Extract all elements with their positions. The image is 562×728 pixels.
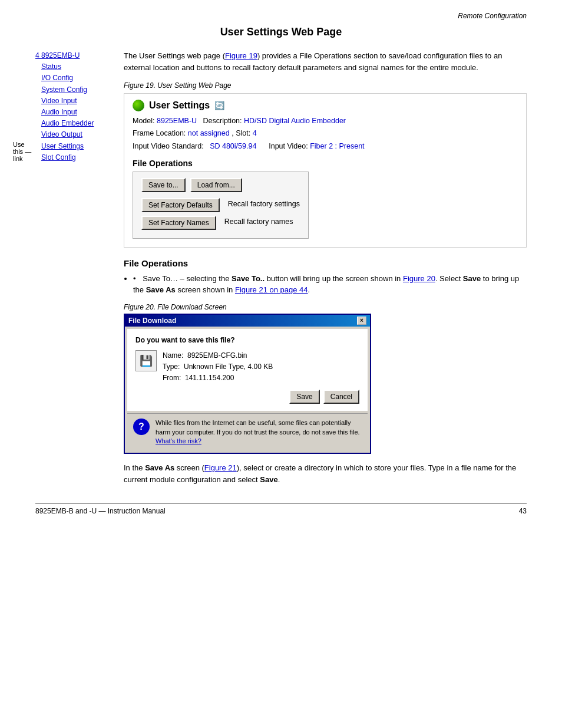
description-label: Description: (203, 117, 242, 125)
recall-factory-names-text: Recall factory names (224, 216, 293, 226)
dialog-title: File Download (128, 317, 176, 325)
bullet-list: Save To… – selecting the Save To.. butto… (133, 273, 527, 296)
sidebar-item-video-input[interactable]: Video Input (41, 95, 112, 107)
description-value: HD/SD Digital Audio Embedder (244, 117, 346, 125)
dialog-save-button[interactable]: Save (289, 390, 319, 404)
intro-paragraph: The User Settings web page (Figure 19) p… (124, 50, 527, 73)
dialog-footer: ? While files from the Internet can be u… (127, 413, 368, 450)
status-green-icon (133, 100, 144, 111)
file-download-dialog: File Download × Do you want to save this… (124, 314, 371, 454)
frame-label: Frame Location: (133, 129, 186, 137)
sidebar-top-link[interactable]: 4 8925EMB-U (35, 50, 112, 61)
dialog-body: Do you want to save this file? 💾 Name: 8… (127, 329, 368, 411)
figure20-link[interactable]: Figure 20 (403, 274, 435, 283)
sidebar-item-system-config[interactable]: System Config (41, 84, 112, 95)
footer-right: 43 (519, 507, 527, 515)
conclusion-bold1: Save As (145, 463, 174, 472)
set-factory-defaults-button[interactable]: Set Factory Defaults (141, 198, 220, 212)
dialog-close-button[interactable]: × (357, 317, 366, 325)
bullet-item-save-to: Save To… – selecting the Save To.. butto… (133, 273, 527, 296)
conclusion-paragraph: In the Save As screen (Figure 21), selec… (124, 462, 527, 485)
dialog-buttons: Save Cancel (135, 390, 359, 404)
file-details: Name: 8925EMB-CFG.bin Type: Unknown File… (163, 350, 273, 384)
page-title: User Settings Web Page (35, 26, 527, 38)
file-operations-widget: File Operations Save to... Load from... … (133, 159, 518, 239)
bullet-save-bold2: Save (463, 274, 481, 283)
type-value: Unknown File Type, 4.00 KB (184, 363, 273, 371)
name-label: Name: (163, 351, 183, 360)
bullet-save-mid2: . Select (435, 274, 463, 283)
save-to-button[interactable]: Save to... (141, 178, 186, 192)
model-label: Model: (133, 117, 155, 125)
bullet-save-end: . (308, 285, 310, 294)
input-video-value: Fiber 2 : Present (310, 142, 364, 150)
dialog-file-row: 💾 Name: 8925EMB-CFG.bin Type: Unknown Fi… (135, 350, 359, 384)
dialog-cancel-button[interactable]: Cancel (323, 390, 359, 404)
slot-value: 4 (253, 129, 257, 137)
conclusion-figure21-link[interactable]: Figure 21 (204, 463, 237, 472)
bullet-save-mid4: screen shown in (176, 285, 235, 294)
recall-factory-settings-text: Recall factory settings (228, 198, 300, 208)
load-from-button[interactable]: Load from... (190, 178, 242, 192)
user-settings-title: User Settings (149, 100, 210, 111)
device-info: Model: 8925EMB-U Description: HD/SD Digi… (133, 115, 518, 153)
sidebar-item-io-config[interactable]: I/O Config (41, 73, 112, 84)
sidebar-item-slot-config[interactable]: Slot Config (41, 152, 112, 163)
page-footer: 8925EMB-B and -U — Instruction Manual 43 (35, 503, 527, 515)
from-label: From: (163, 374, 181, 382)
frame-value: not assigned (188, 129, 230, 137)
conclusion-text2: screen ( (174, 463, 204, 472)
whats-the-risk-link[interactable]: What's the risk? (156, 437, 201, 444)
footer-left: 8925EMB-B and -U — Instruction Manual (35, 507, 166, 515)
file-icon: 💾 (135, 350, 157, 371)
figure19-caption: Figure 19. User Setting Web Page (124, 81, 527, 90)
warning-icon: ? (133, 419, 150, 435)
refresh-icon[interactable]: 🔄 (214, 101, 224, 110)
figure21-link[interactable]: Figure 21 on page 44 (235, 285, 308, 294)
input-std-label: Input Video Standard: (133, 142, 204, 150)
this-label: this — (13, 148, 31, 155)
file-ops-widget-title: File Operations (133, 159, 518, 168)
file-ops-box: Save to... Load from... Set Factory Defa… (133, 172, 309, 239)
input-video-label: Input Video: (269, 142, 308, 150)
sidebar-item-video-output[interactable]: Video Output (41, 129, 112, 140)
content-area: The User Settings web page (Figure 19) p… (124, 50, 527, 485)
user-settings-web-page: User Settings 🔄 Model: 8925EMB-U Descrip… (124, 93, 527, 248)
sidebar-item-audio-embedder[interactable]: Audio Embedder (41, 118, 112, 129)
link-label: link (13, 155, 23, 162)
sidebar-item-user-settings[interactable]: User Settings (41, 141, 84, 152)
input-std-value: SD 480i/59.94 (210, 142, 256, 150)
sidebar: 4 8925EMB-U Status I/O Config System Con… (35, 50, 112, 485)
conclusion-text4: . (278, 475, 280, 484)
figure20-caption: Figure 20. File Download Screen (124, 303, 527, 311)
bullet-save-mid: button will bring up the screen shown in (265, 274, 403, 283)
bullet-save-bold: Save To.. (232, 274, 265, 283)
slot-label: , Slot: (232, 129, 250, 137)
sidebar-item-status[interactable]: Status (41, 61, 112, 73)
conclusion-bold2: Save (260, 475, 277, 484)
from-value: 141.11.154.200 (185, 374, 234, 382)
bullet-save-bold3: Save As (146, 285, 176, 294)
warning-text: While files from the Internet can be use… (156, 419, 362, 446)
set-factory-names-button[interactable]: Set Factory Names (141, 216, 216, 230)
file-operations-section-title: File Operations (124, 258, 527, 268)
type-label: Type: (163, 363, 180, 371)
use-label: Use (13, 141, 25, 148)
sidebar-item-audio-input[interactable]: Audio Input (41, 107, 112, 118)
name-value: 8925EMB-CFG.bin (187, 351, 247, 360)
conclusion-text1: In the (124, 463, 145, 472)
model-value: 8925EMB-U (157, 117, 197, 125)
bullet-save-prefix: Save To… – selecting the (143, 274, 232, 283)
dialog-question: Do you want to save this file? (135, 336, 359, 344)
figure19-link[interactable]: Figure 19 (225, 51, 257, 60)
page-header-italic: Remote Configuration (35, 12, 527, 20)
dialog-titlebar: File Download × (125, 315, 370, 327)
